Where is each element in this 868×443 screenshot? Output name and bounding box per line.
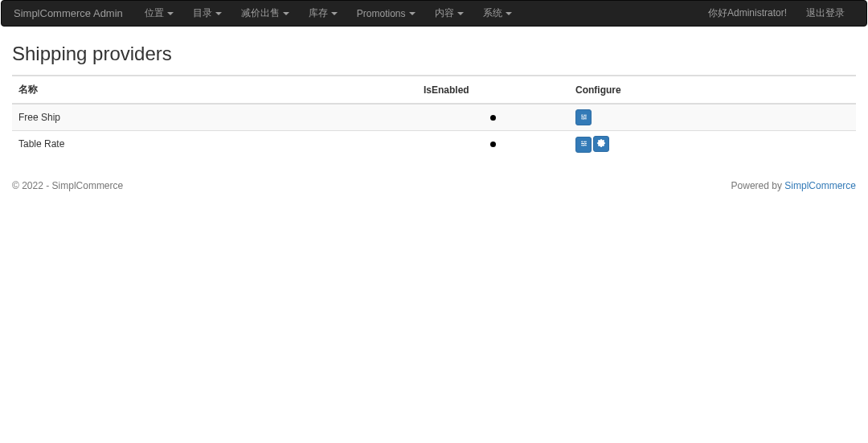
sliders-icon [580,140,588,149]
greeting-link[interactable]: 你好Administrator! [698,1,796,26]
cell-enabled [417,104,569,131]
powered-by: Powered by SimplCommerce [731,180,856,191]
navbar-left: SimplCommerce Admin 位置 目录 减价出售 库存 Promot… [14,1,522,26]
sliders-icon [580,113,588,122]
cell-enabled [417,131,569,158]
main-container: Shipping providers 名称 IsEnabled Configur… [0,43,868,158]
nav-item-promotions[interactable]: Promotions [347,2,425,25]
nav-item-content[interactable]: 内容 [425,1,473,26]
nav-label: 减价出售 [241,6,280,20]
header-configure: Configure [569,76,856,104]
providers-table: 名称 IsEnabled Configure Free ShipTable Ra… [12,75,856,158]
nav-label: 位置 [145,6,164,20]
header-name: 名称 [12,76,417,104]
table-header-row: 名称 IsEnabled Configure [12,76,856,104]
nav-item-system[interactable]: 系统 [473,1,522,26]
cell-configure [569,131,856,158]
edit-button[interactable] [575,109,592,125]
powered-by-link[interactable]: SimplCommerce [784,180,856,191]
chevron-down-icon [506,12,512,15]
enabled-dot-icon [490,115,496,121]
enabled-dot-icon [490,142,496,147]
nav-item-location[interactable]: 位置 [135,1,183,26]
brand-link[interactable]: SimplCommerce Admin [14,2,135,25]
nav-label: 系统 [483,6,502,20]
cell-name: Table Rate [12,131,417,158]
nav-item-catalog[interactable]: 目录 [183,1,231,26]
copyright-text: © 2022 - SimplCommerce [12,180,123,191]
chevron-down-icon [409,12,416,15]
chevron-down-icon [331,12,338,15]
page-title: Shipping providers [12,43,856,65]
chevron-down-icon [283,12,289,15]
chevron-down-icon [457,12,464,15]
footer: © 2022 - SimplCommerce Powered by SimplC… [0,174,868,198]
top-navbar: SimplCommerce Admin 位置 目录 减价出售 库存 Promot… [1,0,867,27]
configure-button[interactable] [593,136,609,152]
nav-label: 库存 [309,6,328,20]
table-row: Table Rate [12,131,856,158]
chevron-down-icon [167,12,174,15]
cell-name: Free Ship [12,104,417,131]
navbar-right: 你好Administrator! 退出登录 [698,1,854,26]
logout-link[interactable]: 退出登录 [796,1,854,26]
powered-by-text: Powered by [731,180,782,191]
gear-icon [597,139,605,149]
nav-label: Promotions [357,8,406,19]
table-row: Free Ship [12,104,856,131]
nav-item-sale[interactable]: 减价出售 [231,1,299,26]
header-enabled: IsEnabled [417,76,569,104]
cell-configure [569,104,856,131]
nav-item-inventory[interactable]: 库存 [299,1,347,26]
nav-label: 目录 [193,6,212,20]
nav-label: 内容 [435,6,454,20]
edit-button[interactable] [575,137,592,153]
chevron-down-icon [215,12,222,15]
